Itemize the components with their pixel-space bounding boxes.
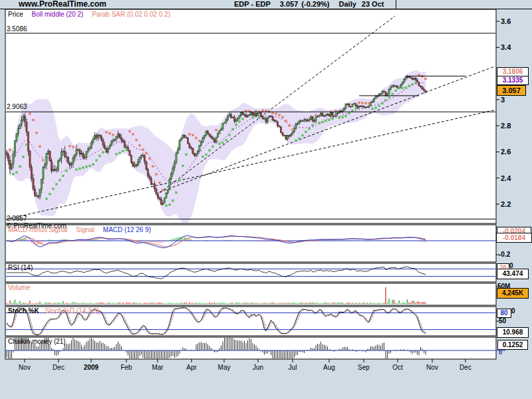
hline-label-3-5086: 3.5086 [7,25,27,33]
sar-value-box: 3.1806 [497,67,529,76]
x-axis-month-label: Nov [421,364,444,371]
price-tick-label: 2.4 [501,174,511,182]
x-axis-month-label: Feb [115,364,138,371]
chart-canvas[interactable] [0,0,532,399]
macd-legend: MACD minus Signal Signal MACD (12 26 9) [8,226,158,233]
title-timeframe: Daily [339,0,356,8]
x-axis-month-label: Sep [352,364,375,371]
boll-middle-value-box: 3.1335 [497,76,529,85]
chaikin-label[interactable]: Chaikin money (21) [8,338,66,345]
last-price-box: 3.057 [497,85,526,96]
volume-label[interactable]: Volume [8,284,30,291]
title-last-price: 3.057 [280,0,299,8]
price-tick-label: 3 [501,96,505,104]
stoch-value-box: 10.968 [497,327,529,338]
x-axis-month-label: Nov [13,364,36,371]
legend-macd-minus-signal[interactable]: MACD minus Signal [8,226,67,233]
stoch-80-zone-box: 80 [497,309,511,318]
chaikin-value-box: 0.1252 [497,340,528,350]
macd-tick-label: -0.2 [499,251,510,258]
legend-boll-middle[interactable]: Boll middle (20 2) [32,11,84,18]
chaikin-zero-tick: 0 [499,349,502,356]
x-axis-month-label: Dec [454,364,477,371]
price-legend: Price Boll middle (20 2) Parab SAR (0.02… [8,11,177,18]
hline-label-2-9063: 2.9063 [7,103,27,110]
x-axis-month-label: Jul [281,364,304,371]
rsi-label[interactable]: RSI (14) [8,264,33,271]
legend-macd-signal[interactable]: Signal [76,226,94,233]
legend-price: Price [8,11,23,18]
price-tick-label: 2.8 [501,122,511,130]
chart-title: EDP - EDP3.057(-0.29%)Daily23 Oct [234,1,384,8]
title-change: (-0.29%) [301,0,329,8]
legend-stoch-k[interactable]: Stoch %K [8,307,39,315]
title-date: 23 Oct [362,0,384,8]
macd-value-box: -0.0184 [496,233,532,243]
price-tick-label: 2.6 [501,148,511,156]
stoch-50-tick: 50 [499,317,506,325]
legend-macd[interactable]: MACD (12 26 9) [103,226,151,233]
x-axis-month-label: Oct [386,364,409,371]
rsi-value-box: 43.474 [497,269,529,279]
x-axis-month-label: May [213,364,235,371]
prorealtime-chart-window: www.ProRealTime.com EDP - EDP3.057(-0.29… [0,0,532,399]
site-link[interactable]: www.ProRealTime.com [19,1,106,8]
x-axis-month-label: Mar [146,364,169,371]
x-axis-month-label: Dec [47,364,70,371]
price-tick-label: 2.2 [501,200,511,208]
stoch-stray-zero: 0 [511,307,515,315]
hline-label-2-0857: 2.0857 [7,215,27,222]
legend-stoch-d[interactable]: Stoch %D (14 3 3) [45,307,99,315]
price-tick-label: 3.6 [501,17,511,25]
x-axis-month-label: Aug [318,364,340,371]
volume-value-box: 4,245K [497,288,529,299]
x-axis-month-label: 2009 [80,364,102,371]
x-axis-month-label: Apr [180,364,203,371]
x-axis-month-label: Jun [247,364,269,371]
stoch-legend: Stoch %K Stoch %D (14 3 3) [8,307,106,315]
price-tick-label: 3.4 [501,43,511,51]
title-symbol: EDP - EDP [234,0,271,8]
legend-parab-sar[interactable]: Parab SAR (0.02 0.02 0.2) [92,11,170,18]
